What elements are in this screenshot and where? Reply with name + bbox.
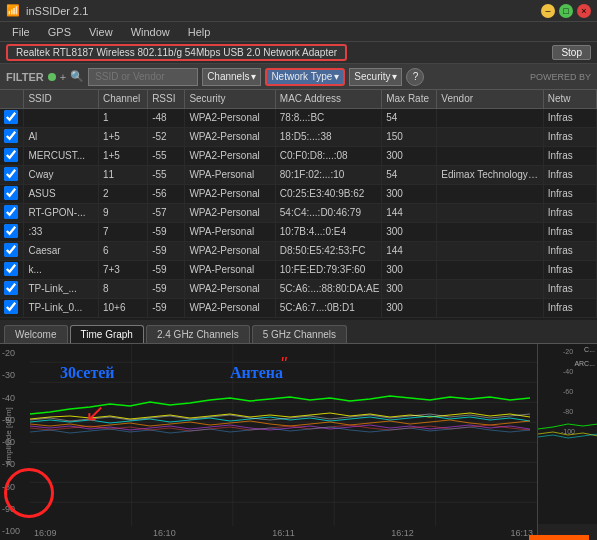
table-row[interactable]: Caesar 6 -59 WPA2-Personal D8:50:E5:42:5… bbox=[0, 241, 597, 260]
row-checkbox-cell[interactable] bbox=[0, 146, 24, 165]
filter-label: FILTER bbox=[6, 71, 44, 83]
graph-main: Amplitude [dBm] -20 -30 -40 -50 -60 -70 … bbox=[0, 344, 537, 540]
tab-time-graph[interactable]: Time Graph bbox=[70, 325, 144, 343]
row-checkbox-cell[interactable] bbox=[0, 298, 24, 317]
row-network: Infras bbox=[543, 241, 596, 260]
row-checkbox-cell[interactable] bbox=[0, 165, 24, 184]
row-checkbox-cell[interactable] bbox=[0, 222, 24, 241]
stop-button[interactable]: Stop bbox=[552, 45, 591, 60]
row-checkbox[interactable] bbox=[4, 129, 18, 143]
table-row[interactable]: TP-Link_0... 10+6 -59 WPA2-Personal 5C:A… bbox=[0, 298, 597, 317]
col-channel[interactable]: Channel bbox=[98, 90, 147, 108]
y-label-80: -80 bbox=[2, 482, 28, 492]
col-ssid[interactable]: SSID bbox=[24, 90, 98, 108]
col-network[interactable]: Netw bbox=[543, 90, 596, 108]
row-checkbox[interactable] bbox=[4, 205, 18, 219]
table-row[interactable]: MERCUST... 1+5 -55 WPA2-Personal C0:F0:D… bbox=[0, 146, 597, 165]
row-network: Infras bbox=[543, 222, 596, 241]
x-label-1611: 16:11 bbox=[272, 528, 295, 538]
close-button[interactable]: × bbox=[577, 4, 591, 18]
col-mac[interactable]: MAC Address bbox=[275, 90, 381, 108]
table-row[interactable]: TP-Link_... 8 -59 WPA2-Personal 5C:A6:..… bbox=[0, 279, 597, 298]
x-axis-labels: 16:09 16:10 16:11 16:12 16:13 bbox=[30, 526, 537, 540]
row-checkbox-cell[interactable] bbox=[0, 184, 24, 203]
row-rate: 300 bbox=[382, 298, 437, 317]
y-label-40: -40 bbox=[2, 393, 28, 403]
row-channel: 9 bbox=[98, 203, 147, 222]
filter-plus-icon[interactable]: + bbox=[60, 71, 66, 83]
menu-gps[interactable]: GPS bbox=[40, 22, 79, 42]
y-label-50: -50 bbox=[2, 415, 28, 425]
security-dropdown[interactable]: Security ▾ bbox=[349, 68, 402, 86]
col-security[interactable]: Security bbox=[185, 90, 275, 108]
menu-help[interactable]: Help bbox=[180, 22, 219, 42]
row-ssid: MERCUST... bbox=[24, 146, 98, 165]
col-vendor[interactable]: Vendor bbox=[437, 90, 543, 108]
row-checkbox-cell[interactable] bbox=[0, 279, 24, 298]
row-security: WPA-Personal bbox=[185, 165, 275, 184]
channels-chevron-icon: ▾ bbox=[251, 71, 256, 82]
row-checkbox[interactable] bbox=[4, 167, 18, 181]
table-row[interactable]: RT-GPON-... 9 -57 WPA2-Personal 54:C4:..… bbox=[0, 203, 597, 222]
row-channel: 1+5 bbox=[98, 127, 147, 146]
row-checkbox[interactable] bbox=[4, 110, 18, 124]
row-rssi: -55 bbox=[148, 165, 185, 184]
row-ssid: ASUS bbox=[24, 184, 98, 203]
tab-welcome[interactable]: Welcome bbox=[4, 325, 68, 343]
table-row[interactable]: Al 1+5 -52 WPA2-Personal 18:D5:...:38 15… bbox=[0, 127, 597, 146]
row-channel: 10+6 bbox=[98, 298, 147, 317]
row-mac: 5C:A6:...:88:80:DA:AE bbox=[275, 279, 381, 298]
tab-5ghz[interactable]: 5 GHz Channels bbox=[252, 325, 347, 343]
row-checkbox[interactable] bbox=[4, 224, 18, 238]
table-body: 1 -48 WPA2-Personal 78:8...:BC 54 Infras… bbox=[0, 108, 597, 317]
row-rate: 150 bbox=[382, 127, 437, 146]
avito-badge: Avito bbox=[529, 535, 589, 541]
adapter-name[interactable]: Realtek RTL8187 Wireless 802.11b/g 54Mbp… bbox=[6, 44, 347, 61]
row-checkbox[interactable] bbox=[4, 186, 18, 200]
col-rssi[interactable]: RSSI bbox=[148, 90, 185, 108]
menu-window[interactable]: Window bbox=[123, 22, 178, 42]
table-row[interactable]: Cway 11 -55 WPA-Personal 80:1F:02:...:10… bbox=[0, 165, 597, 184]
row-checkbox[interactable] bbox=[4, 300, 18, 314]
table-row[interactable]: 1 -48 WPA2-Personal 78:8...:BC 54 Infras bbox=[0, 108, 597, 127]
row-ssid: Caesar bbox=[24, 241, 98, 260]
row-mac: 54:C4:...:D0:46:79 bbox=[275, 203, 381, 222]
row-network: Infras bbox=[543, 203, 596, 222]
menu-view[interactable]: View bbox=[81, 22, 121, 42]
menu-file[interactable]: File bbox=[4, 22, 38, 42]
search-icon: 🔍 bbox=[70, 70, 84, 83]
col-rate[interactable]: Max Rate bbox=[382, 90, 437, 108]
table-row[interactable]: k... 7+3 -59 WPA-Personal 10:FE:ED:79:3F… bbox=[0, 260, 597, 279]
row-checkbox[interactable] bbox=[4, 243, 18, 257]
row-channel: 11 bbox=[98, 165, 147, 184]
adapter-bar: Realtek RTL8187 Wireless 802.11b/g 54Mbp… bbox=[0, 42, 597, 64]
network-type-dropdown[interactable]: Network Type ▾ bbox=[265, 68, 345, 86]
svg-text:-80: -80 bbox=[563, 408, 573, 415]
row-checkbox[interactable] bbox=[4, 262, 18, 276]
table-row[interactable]: ASUS 2 -56 WPA2-Personal C0:25:E3:40:9B:… bbox=[0, 184, 597, 203]
row-checkbox-cell[interactable] bbox=[0, 108, 24, 127]
x-label-1612: 16:12 bbox=[391, 528, 414, 538]
row-checkbox[interactable] bbox=[4, 148, 18, 162]
row-channel: 6 bbox=[98, 241, 147, 260]
row-checkbox-cell[interactable] bbox=[0, 241, 24, 260]
maximize-button[interactable]: □ bbox=[559, 4, 573, 18]
channels-dropdown[interactable]: Channels ▾ bbox=[202, 68, 261, 86]
row-checkbox[interactable] bbox=[4, 281, 18, 295]
row-rate: 300 bbox=[382, 260, 437, 279]
sidebar-graph: -20 -40 -60 -80 -100 bbox=[538, 344, 597, 524]
y-label-100: -100 bbox=[2, 526, 28, 536]
help-button[interactable]: ? bbox=[406, 68, 424, 86]
row-checkbox-cell[interactable] bbox=[0, 127, 24, 146]
row-checkbox-cell[interactable] bbox=[0, 260, 24, 279]
svg-text:-40: -40 bbox=[563, 368, 573, 375]
minimize-button[interactable]: – bbox=[541, 4, 555, 18]
row-vendor bbox=[437, 279, 543, 298]
table-row[interactable]: :33 7 -59 WPA-Personal 10:7B:4...:0:E4 3… bbox=[0, 222, 597, 241]
row-rate: 300 bbox=[382, 184, 437, 203]
tab-2ghz[interactable]: 2.4 GHz Channels bbox=[146, 325, 250, 343]
title-bar-left: 📶 inSSIDer 2.1 bbox=[6, 4, 88, 17]
row-checkbox-cell[interactable] bbox=[0, 203, 24, 222]
row-rate: 54 bbox=[382, 108, 437, 127]
search-input[interactable] bbox=[88, 68, 198, 86]
